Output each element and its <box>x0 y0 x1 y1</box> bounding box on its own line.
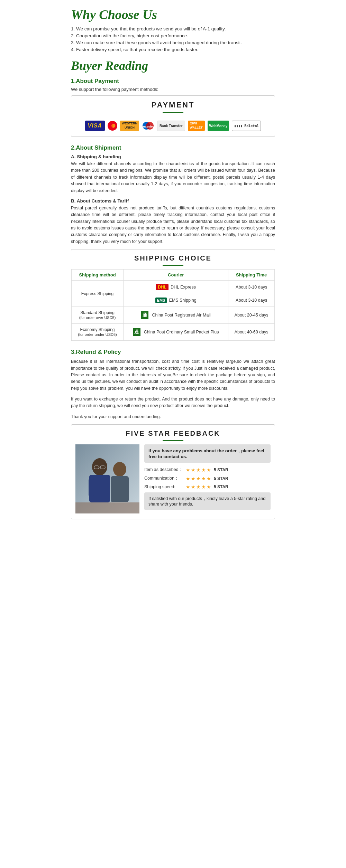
dhl-label: DHL Express <box>171 285 196 290</box>
payment-logos: VISA WESTERNUNION maestro Bank Transfer … <box>71 117 275 136</box>
star-icon: ★ <box>196 476 201 481</box>
section3-heading: 3.Refund & Policy <box>71 349 275 356</box>
shipping-title: SHIPPING CHOICE <box>71 249 275 264</box>
why-item-3: We can make sure that these goods will a… <box>71 40 275 45</box>
table-row: Express Shipping DHL DHL Express About 3… <box>72 281 275 294</box>
star-icon: ★ <box>201 476 206 481</box>
section1-subtext: We support the following payment methods… <box>71 87 275 92</box>
time-cell-standard: About 20-45 days <box>228 307 275 324</box>
section1-heading: 1.About Payment <box>71 78 275 85</box>
svg-text:maestro: maestro <box>142 125 154 128</box>
feedback-badge-2: 5 STAR <box>214 476 228 481</box>
bank-transfer-logo: Bank Transfer <box>157 121 185 131</box>
refund-text1: Because it is an international transport… <box>71 358 275 392</box>
webmoney-logo: WebMoney <box>208 121 229 131</box>
feedback-stars-3: ★ ★ ★ ★ ★ <box>186 484 211 490</box>
svg-rect-10 <box>89 479 94 496</box>
visa-logo: VISA <box>85 121 105 131</box>
col-header-method: Shipping method <box>72 270 124 281</box>
svg-rect-13 <box>111 476 129 502</box>
method-cell-standard: Standard Shipping(for order over USD5) <box>72 307 124 324</box>
star-icon: ★ <box>207 484 211 490</box>
star-icon: ★ <box>186 484 190 490</box>
chinapost-icon-economy: 通 <box>133 328 140 336</box>
feedback-row-3: Shipping speed: ★ ★ ★ ★ ★ 5 STAR <box>144 484 271 490</box>
star-icon: ★ <box>196 467 201 473</box>
chinapost-icon-standard: 通 <box>141 311 148 319</box>
feedback-box: FIVE STAR FEEDBACK <box>71 424 275 519</box>
ems-badge: EMS <box>155 298 167 303</box>
why-list: We can promise you that the products we … <box>71 26 275 52</box>
ems-label: EMS Shipping <box>169 298 196 303</box>
star-icon: ★ <box>191 476 195 481</box>
courier-cell-ems: EMS EMS Shipping <box>124 294 228 307</box>
star-icon: ★ <box>186 467 190 473</box>
feedback-callout-top: if you have any problems about the order… <box>144 444 271 463</box>
feedback-title: FIVE STAR FEEDBACK <box>71 425 275 439</box>
dhl-badge: DHL <box>156 284 169 290</box>
star-icon: ★ <box>207 476 211 481</box>
feedback-label-3: Shipping speed: <box>144 484 186 489</box>
method-cell-economy: Economy Shipping(for order under USD5) <box>72 324 124 341</box>
payment-divider <box>163 112 183 113</box>
shipping-table: Shipping method Courier Shipping Time Ex… <box>71 269 275 341</box>
table-row: Economy Shipping(for order under USD5) 通… <box>72 324 275 341</box>
payment-title: PAYMENT <box>71 96 275 111</box>
sub-b-heading: B. About Customs & Tariff <box>71 198 275 204</box>
chinapost-standard-label: China Post Registered Air Mail <box>152 313 211 318</box>
star-icon: ★ <box>201 484 206 490</box>
svg-point-2 <box>112 124 113 128</box>
star-icon: ★ <box>186 476 190 481</box>
refund-text2: If you want to exchange or return the pr… <box>71 396 275 409</box>
why-item-2: Cooperation with the factory, higher cos… <box>71 33 275 38</box>
courier-cell-dhl: DHL DHL Express <box>124 281 228 294</box>
payment-box: PAYMENT VISA WESTERNUNION maestro Bank T… <box>71 95 275 137</box>
refund-text3: Thank you for your support and understan… <box>71 414 275 420</box>
sub-a-heading: A. Shipping & handing <box>71 154 275 159</box>
star-icon: ★ <box>191 484 195 490</box>
time-cell-ems: About 3-10 days <box>228 294 275 307</box>
feedback-right: if you have any problems about the order… <box>139 444 271 513</box>
feedback-row-2: Communication： ★ ★ ★ ★ ★ 5 STAR <box>144 475 271 481</box>
feedback-divider <box>163 440 183 441</box>
courier-cell-standard: 通 China Post Registered Air Mail <box>124 307 228 324</box>
time-cell-economy: About 40-60 days <box>228 324 275 341</box>
shipping-box: SHIPPING CHOICE Shipping method Courier … <box>71 249 275 341</box>
text-b: Postal parcel generally does not produce… <box>71 205 275 245</box>
qiwi-logo: QIWIWALLET <box>188 121 205 131</box>
feedback-image <box>75 444 139 513</box>
method-cell: Express Shipping <box>72 281 124 307</box>
maestro-logo: maestro <box>142 121 154 131</box>
feedback-stars-2: ★ ★ ★ ★ ★ <box>186 476 211 481</box>
why-choose-us-title: Why Choose Us <box>71 7 275 22</box>
feedback-row-1: Item as described： ★ ★ ★ ★ ★ 5 STAR <box>144 467 271 473</box>
star-icon: ★ <box>201 467 206 473</box>
feedback-content: if you have any problems about the order… <box>71 444 275 519</box>
courier-cell-economy: 通 China Post Ordinary Small Packet Plus <box>124 324 228 341</box>
star-icon: ★ <box>196 484 201 490</box>
western-union-logo: WESTERNUNION <box>120 121 139 131</box>
col-header-time: Shipping Time <box>228 270 275 281</box>
feedback-label-1: Item as described： <box>144 467 186 473</box>
table-row: Standard Shipping(for order over USD5) 通… <box>72 307 275 324</box>
svg-point-12 <box>113 462 126 477</box>
time-cell-dhl: About 3-10 days <box>228 281 275 294</box>
feedback-badge-1: 5 STAR <box>214 468 228 472</box>
mastercard-logo <box>108 121 117 131</box>
why-item-4: Faster delivery speed, so that you recei… <box>71 47 275 52</box>
feedback-label-2: Communication： <box>144 475 186 481</box>
feedback-callout-bottom: If satisfied with our products，kindly le… <box>144 492 271 510</box>
chinapost-economy-label: China Post Ordinary Small Packet Plus <box>144 330 219 334</box>
col-header-courier: Courier <box>124 270 228 281</box>
section2-heading: 2.About Shipment <box>71 144 275 151</box>
buyer-reading-title: Buyer Reading <box>71 58 275 73</box>
shipping-divider <box>163 265 183 266</box>
feedback-badge-3: 5 STAR <box>214 484 228 489</box>
svg-rect-14 <box>75 502 139 513</box>
star-icon: ★ <box>191 467 195 473</box>
boletol-logo: ▮▮▮▮ Boletol <box>232 121 261 131</box>
feedback-stars-1: ★ ★ ★ ★ ★ <box>186 467 211 473</box>
text-a: We will take different channels accordin… <box>71 161 275 194</box>
why-item-1: We can promise you that the products we … <box>71 26 275 31</box>
star-icon: ★ <box>207 467 211 473</box>
